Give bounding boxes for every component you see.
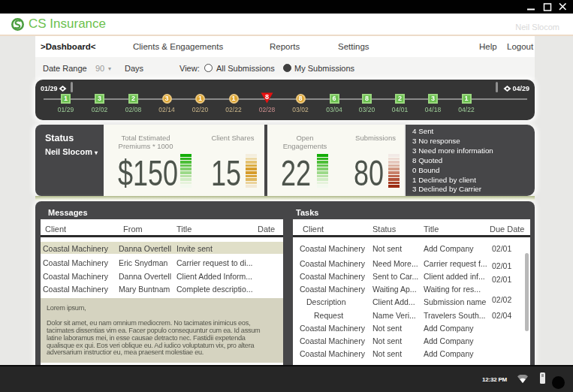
svg-text:8: 8 <box>265 93 269 101</box>
